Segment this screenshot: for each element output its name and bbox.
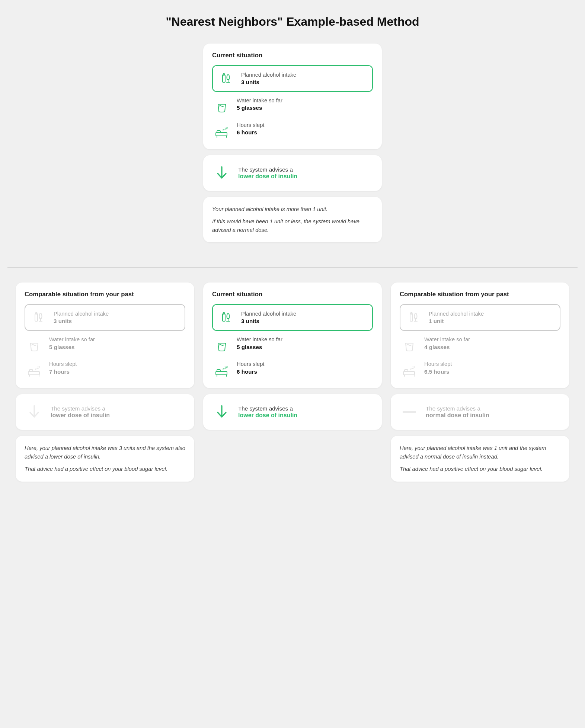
top-sleep-label: Hours slept xyxy=(237,122,264,129)
center-alcohol-icon xyxy=(217,308,237,327)
right-sleep-label: Hours slept xyxy=(424,361,452,368)
svg-rect-31 xyxy=(29,370,33,372)
svg-rect-25 xyxy=(35,314,38,321)
svg-rect-51 xyxy=(410,314,413,321)
center-sleep-value: 6 hours xyxy=(237,368,264,376)
left-situation-card: Comparable situation from your past Plan… xyxy=(16,282,194,388)
right-explanation-line-1: Here, your planned alcohol intake was 1 … xyxy=(400,444,560,461)
center-alcohol-row: Planned alcohol intake 3 units xyxy=(212,304,373,331)
right-situation-title: Comparable situation from your past xyxy=(400,291,560,298)
right-sleep-row: z Z z Hours slept 6.5 hours xyxy=(400,361,560,380)
center-situation-title: Current situation xyxy=(212,291,373,298)
top-sleep-value: 6 hours xyxy=(237,129,264,136)
top-alcohol-label: Planned alcohol intake xyxy=(241,71,296,79)
left-alcohol-icon xyxy=(30,308,49,327)
right-water-icon xyxy=(400,336,419,355)
left-water-label: Water intake so far xyxy=(49,336,95,343)
top-advice-prefix: The system advises a xyxy=(238,166,293,173)
alcohol-icon xyxy=(217,69,237,88)
left-alcohol-row: Planned alcohol intake 3 units xyxy=(25,304,185,331)
center-sleep-label: Hours slept xyxy=(237,361,264,368)
right-advice-prefix: The system advises a xyxy=(426,405,480,412)
center-advice-icon xyxy=(212,402,231,422)
right-situation-card: Comparable situation from your past Plan… xyxy=(391,282,569,388)
right-water-label: Water intake so far xyxy=(424,336,470,343)
left-water-icon xyxy=(25,336,44,355)
top-explanation-line-1: Your planned alcohol intake is more than… xyxy=(212,205,373,214)
center-advice-value: lower dose of insulin xyxy=(238,412,297,418)
top-water-row: Water intake so far 5 glasses xyxy=(212,97,373,116)
right-advice-card: The system advises a normal dose of insu… xyxy=(391,394,569,430)
center-sleep-icon: z Z z xyxy=(212,361,231,380)
svg-text:z: z xyxy=(39,365,40,368)
top-advice-card: The system advises a lower dose of insul… xyxy=(203,155,382,191)
left-explanation-line-1: Here, your planned alcohol intake was 3 … xyxy=(25,444,185,461)
bottom-section: Comparable situation from your past Plan… xyxy=(7,282,578,487)
top-water-text: Water intake so far 5 glasses xyxy=(237,97,282,112)
left-advice-card: The system advises a lower dose of insul… xyxy=(16,394,194,430)
left-water-row: Water intake so far 5 glasses xyxy=(25,336,185,355)
top-explanation-card: Your planned alcohol intake is more than… xyxy=(203,197,382,242)
top-advice-value: lower dose of insulin xyxy=(238,173,297,179)
center-situation-card: Current situation Planned alcohol intake… xyxy=(203,282,382,388)
left-sleep-row: z Z z Hours slept 7 hours xyxy=(25,361,185,380)
top-situation-card: Current situation Planned alcohol i xyxy=(203,44,382,149)
right-sleep-icon: z Z z xyxy=(400,361,419,380)
left-advice-icon xyxy=(25,402,44,422)
top-alcohol-value: 3 units xyxy=(241,79,296,86)
left-advice-value: lower dose of insulin xyxy=(51,412,110,418)
top-situation-title: Current situation xyxy=(212,52,373,59)
center-water-label: Water intake so far xyxy=(237,336,282,343)
right-advice-icon xyxy=(400,402,419,422)
left-explanation-card: Here, your planned alcohol intake was 3 … xyxy=(16,436,194,481)
center-water-row: Water intake so far 5 glasses xyxy=(212,336,373,355)
left-alcohol-value: 3 units xyxy=(54,317,109,325)
left-situation-title: Comparable situation from your past xyxy=(25,291,185,298)
left-advice-prefix: The system advises a xyxy=(51,405,105,412)
right-water-value: 4 glasses xyxy=(424,344,470,351)
center-alcohol-value: 3 units xyxy=(241,317,296,325)
center-alcohol-label: Planned alcohol intake xyxy=(241,310,296,317)
center-column: Current situation Planned alcohol intake… xyxy=(203,282,382,487)
svg-rect-38 xyxy=(223,314,225,321)
left-water-value: 5 glasses xyxy=(49,344,95,351)
section-divider xyxy=(7,267,578,268)
right-explanation-line-2: That advice had a positive effect on you… xyxy=(400,465,560,473)
right-water-row: Water intake so far 4 glasses xyxy=(400,336,560,355)
top-sleep-text: Hours slept 6 hours xyxy=(237,122,264,136)
page-title: "Nearest Neighbors" Example-based Method xyxy=(7,15,578,29)
svg-text:z: z xyxy=(226,365,228,368)
top-advice-text: The system advises a lower dose of insul… xyxy=(238,166,297,180)
sleep-icon: z Z z xyxy=(212,122,231,141)
right-alcohol-icon xyxy=(405,308,424,327)
top-alcohol-text: Planned alcohol intake 3 units xyxy=(241,71,296,86)
right-alcohol-label: Planned alcohol intake xyxy=(429,310,484,317)
left-sleep-value: 7 hours xyxy=(49,368,77,376)
top-water-value: 5 glasses xyxy=(237,104,282,112)
svg-rect-44 xyxy=(217,370,220,372)
water-icon xyxy=(212,97,231,116)
center-advice-card: The system advises a lower dose of insul… xyxy=(203,394,382,430)
left-sleep-label: Hours slept xyxy=(49,361,77,368)
top-section: Current situation Planned alcohol i xyxy=(7,44,578,248)
left-explanation-line-2: That advice had a positive effect on you… xyxy=(25,465,185,473)
left-column: Comparable situation from your past Plan… xyxy=(16,282,194,487)
center-sleep-row: z Z z Hours slept 6 hours xyxy=(212,361,373,380)
top-sleep-row: z Z z Hours slept 6 hours xyxy=(212,122,373,141)
svg-rect-18 xyxy=(217,131,220,133)
center-advice-prefix: The system advises a xyxy=(238,405,293,412)
top-card-wrapper: Current situation Planned alcohol i xyxy=(203,44,382,248)
top-alcohol-row: Planned alcohol intake 3 units xyxy=(212,65,373,92)
left-alcohol-label: Planned alcohol intake xyxy=(54,310,109,317)
svg-text:z: z xyxy=(226,126,228,130)
svg-text:z: z xyxy=(414,365,415,368)
right-column: Comparable situation from your past Plan… xyxy=(391,282,569,487)
center-water-icon xyxy=(212,336,231,355)
right-explanation-card: Here, your planned alcohol intake was 1 … xyxy=(391,436,569,481)
right-sleep-value: 6.5 hours xyxy=(424,368,452,376)
top-advice-icon xyxy=(212,163,231,183)
right-advice-value: normal dose of insulin xyxy=(426,412,489,418)
left-sleep-icon: z Z z xyxy=(25,361,44,380)
top-explanation-line-2: If this would have been 1 unit or less, … xyxy=(212,217,373,234)
svg-rect-57 xyxy=(405,370,408,372)
